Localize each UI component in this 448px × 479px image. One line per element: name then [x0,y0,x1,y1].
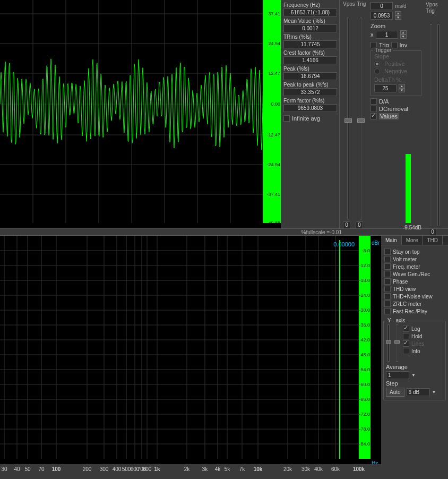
phase-checkbox[interactable] [384,278,391,285]
yaxis-offset-slider[interactable] [386,324,391,362]
dcremoval-checkbox[interactable] [371,106,377,112]
crest-label: Crest factor (%fs) [283,49,337,56]
trig-zero-button[interactable]: 0 [356,221,363,229]
freq-label: Frequency (Hz) [283,1,337,8]
zoom-label: Zoom [371,23,385,29]
right-zero-button[interactable]: 0 [429,228,436,236]
infinite-avg-checkbox[interactable] [283,115,290,122]
form-label: Form factor (%fs) [283,97,337,104]
mean-label: Mean Value (%fs) [283,17,337,24]
p2p-value: 33.3572 [283,88,337,96]
form-value: 9659.0803 [283,104,337,112]
vpos2-slider[interactable] [426,24,432,226]
trig-label: Trig [356,1,367,7]
options-panel: Main More THD Stay on top Volt meter Fre… [381,236,448,479]
freq-value: 61853.71(±1.88) [283,8,337,16]
db-unit-label: dBr [372,240,381,246]
auto-button[interactable]: Auto [386,388,404,397]
average-label: Average [386,364,443,370]
deltath-spinner[interactable]: ▲▼ [399,84,405,92]
vpos-slider[interactable] [343,18,354,219]
timebase-input[interactable]: 0.0953 [371,12,393,20]
spectrum-x-axis: 304050701002003004005006007008001k2k3k4k… [0,464,381,479]
spectrum-cursor-value: 0.00000 [333,241,355,247]
slope-negative-radio[interactable] [374,69,380,74]
thd-view-checkbox[interactable] [384,286,391,292]
vpos-zero-button[interactable]: 0 [343,221,350,229]
zoom-spinner[interactable]: ▲▼ [400,30,407,39]
info-checkbox[interactable] [403,348,409,354]
trms-label: TRms (%fs) [283,33,337,40]
trig2-label: Trig [426,8,435,14]
tab-main[interactable]: Main [381,236,402,245]
step-label: Step [386,380,443,387]
right-channel-controls: Vpos Trig 0 [425,0,448,228]
step-select[interactable]: 6 dB [407,388,430,396]
measurements-panel: Frequency (Hz)61853.71(±1.88) Mean Value… [281,0,340,228]
level-meter [406,154,411,223]
log-checkbox[interactable] [403,326,409,332]
tab-more[interactable]: More [402,236,423,245]
crest-value: 1.4166 [283,56,337,64]
trms-value: 11.7745 [283,40,337,48]
zrlc-checkbox[interactable] [384,301,391,307]
peak-value: 16.6794 [283,72,337,80]
yaxis-scale-slider[interactable] [394,324,400,362]
fast-rec-checkbox[interactable] [384,308,391,314]
trig2-slider[interactable] [433,24,440,226]
zoom-input[interactable]: 1 [376,31,398,39]
level-value: -9.54dB [403,225,421,230]
scope-controls: Vpos 0 Trig 0 0 ms/d 0.0953 [340,0,425,228]
thd-noise-checkbox[interactable] [384,293,391,300]
hold-checkbox[interactable] [403,333,409,339]
slider-value: 0 [371,2,393,10]
yaxis-title: Y - axis [386,318,407,323]
scope-y-scale: 37.4124.9412.470.00-12.47-24.94-37.41-49… [263,0,281,223]
peak-label: Peak (%fs) [283,65,337,72]
mean-value: 0.0012 [283,24,337,32]
lines-checkbox[interactable] [403,340,409,347]
volt-meter-checkbox[interactable] [384,256,391,262]
oscilloscope-canvas[interactable]: 37.4124.9412.470.00-12.47-24.94-37.41-49… [0,0,281,228]
deltath-input[interactable]: 25 [374,84,397,92]
timebase-spinner[interactable]: ▲▼ [395,11,401,20]
vpos2-label: Vpos [426,2,438,7]
vpos-label: Vpos [343,1,355,7]
spectrum-canvas[interactable]: 0.00000 -6.0-12.0-18.0-24.0-30.0-36.0-42… [0,236,381,479]
footer-readout: %fullscale =-0.01 [0,228,448,236]
da-checkbox[interactable] [371,98,377,105]
zoom-x-label: x [371,31,374,38]
p2p-label: Peak to peak (%fs) [283,81,337,88]
deltath-label: DeltaTh % [374,76,418,83]
spectrum-y-scale: -6.0-12.0-18.0-24.0-30.0-36.0-42.0-48.0-… [359,236,371,459]
trig-slider[interactable] [356,18,366,219]
slope-positive-radio[interactable] [374,61,380,67]
infinite-avg-label: Infinite avg [292,115,320,122]
average-select[interactable]: 1 [386,371,409,379]
stay-on-top-checkbox[interactable] [384,249,391,255]
timebase-unit: ms/d [395,3,407,9]
wave-gen-checkbox[interactable] [384,271,391,277]
freq-meter-checkbox[interactable] [384,263,391,270]
trigger-fieldset-title: Trigger [373,47,393,53]
values-checkbox[interactable] [371,113,377,119]
tab-thd[interactable]: THD [423,236,443,245]
slope-label: Slope [374,53,418,59]
